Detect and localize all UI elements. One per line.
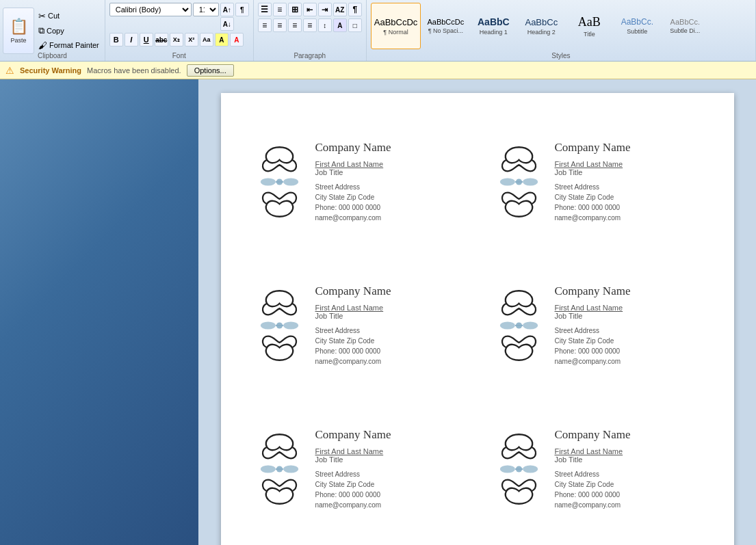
business-card: Company Name First And Last Name Job Tit… — [481, 114, 714, 250]
business-card: Company Name First And Last Name Job Tit… — [242, 114, 474, 250]
subscript-button[interactable]: X₂ — [170, 33, 183, 46]
card-person-name: First And Last Name — [315, 160, 463, 168]
style-normal-label: ¶ Normal — [383, 29, 408, 36]
card-address: Street AddressCity State Zip CodePhone: … — [315, 182, 463, 223]
svg-point-21 — [523, 465, 538, 473]
font-row1: Calibri (Body) 11 A↑ A↓ ¶ — [109, 3, 249, 31]
italic-button[interactable]: I — [125, 33, 138, 46]
style-heading1-preview: AaBbC — [478, 16, 510, 27]
copy-label: Copy — [47, 27, 64, 35]
paragraph-group-label: Paragraph — [254, 52, 366, 59]
show-hide-button[interactable]: ¶ — [348, 3, 362, 16]
format-painter-label: Format Painter — [49, 41, 99, 49]
svg-point-4 — [500, 178, 515, 185]
align-center-button[interactable]: ≡ — [273, 18, 287, 32]
style-title-preview: AaB — [578, 15, 601, 29]
para-row1: ☰ ≡ ⊞ ⇤ ⇥ AZ ¶ — [258, 3, 362, 16]
decrease-indent-button[interactable]: ⇤ — [303, 3, 317, 16]
business-card: Company Name First And Last Name Job Tit… — [242, 257, 474, 394]
numbering-button[interactable]: ≡ — [273, 3, 287, 16]
card-company-name: Company Name — [555, 284, 703, 298]
card-logo — [492, 428, 547, 510]
svg-point-8 — [261, 321, 276, 329]
font-size-dropdown[interactable]: 11 — [193, 3, 219, 16]
style-normal-button[interactable]: AaBbCcDc ¶ Normal — [371, 3, 421, 49]
clear-format-button[interactable]: ¶ — [235, 3, 249, 16]
sort-button[interactable]: AZ — [333, 3, 347, 16]
card-job-title: Job Title — [555, 168, 703, 176]
svg-point-5 — [523, 178, 538, 185]
underline-button[interactable]: U — [140, 33, 153, 46]
card-info: Company Name First And Last Name Job Tit… — [315, 141, 463, 223]
font-family-dropdown[interactable]: Calibri (Body) — [109, 3, 192, 16]
font-color-button[interactable]: A — [230, 33, 244, 46]
paragraph-group: ☰ ≡ ⊞ ⇤ ⇥ AZ ¶ ≡ ≡ ≡ ≡ ↕ A □ Paragraph — [254, 0, 367, 61]
style-heading1-button[interactable]: AaBbC Heading 1 — [470, 3, 517, 49]
paste-button[interactable]: 📋 Paste — [3, 8, 34, 54]
card-company-name: Company Name — [315, 141, 463, 155]
cut-button[interactable]: ✂ Cut — [36, 10, 102, 23]
card-logo — [252, 284, 307, 367]
align-right-button[interactable]: ≡ — [288, 18, 302, 32]
style-heading2-label: Heading 2 — [527, 29, 556, 36]
card-person-name: First And Last Name — [315, 447, 463, 455]
style-title-button[interactable]: AaB Title — [566, 3, 612, 49]
card-job-title: Job Title — [555, 312, 703, 320]
style-subtle-preview: AaBbCc. — [670, 18, 700, 26]
copy-icon: ⧉ — [38, 25, 44, 36]
card-person-name: First And Last Name — [315, 304, 463, 312]
format-painter-button[interactable]: 🖌 Format Painter — [36, 39, 102, 52]
multilevel-list-button[interactable]: ⊞ — [288, 3, 302, 16]
shading-button[interactable]: A — [333, 18, 347, 32]
style-title-label: Title — [584, 31, 595, 38]
style-subtle-button[interactable]: AaBbCc. Subtle Di... — [662, 3, 708, 49]
justify-button[interactable]: ≡ — [303, 18, 317, 32]
svg-point-1 — [283, 178, 298, 185]
style-subtitle-button[interactable]: AaBbCc. Subtitle — [614, 3, 660, 49]
font-group: Calibri (Body) 11 A↑ A↓ ¶ B I U abc X₂ X… — [105, 0, 254, 61]
svg-point-17 — [283, 465, 298, 473]
copy-button[interactable]: ⧉ Copy — [36, 24, 102, 38]
business-card: Company Name First And Last Name Job Tit… — [481, 257, 714, 394]
style-heading1-label: Heading 1 — [480, 29, 508, 36]
increase-indent-button[interactable]: ⇥ — [318, 3, 332, 16]
style-heading2-button[interactable]: AaBbCc Heading 2 — [518, 3, 564, 49]
highlight-button[interactable]: A — [215, 33, 229, 46]
card-person-name: First And Last Name — [555, 447, 703, 455]
card-info: Company Name First And Last Name Job Tit… — [315, 284, 463, 367]
card-address: Street AddressCity State Zip CodePhone: … — [555, 325, 703, 367]
style-subtitle-label: Subtitle — [627, 28, 647, 35]
borders-button[interactable]: □ — [348, 18, 362, 32]
strikethrough-button[interactable]: abc — [155, 33, 168, 46]
options-button[interactable]: Options... — [187, 64, 234, 77]
superscript-button[interactable]: X² — [185, 33, 198, 46]
ribbon: 📋 Paste ✂ Cut ⧉ Copy 🖌 Format Painter Cl… — [0, 0, 756, 62]
style-heading2-preview: AaBbCc — [525, 17, 558, 27]
security-warning-icon: ⚠ — [5, 65, 14, 76]
card-logo — [252, 141, 307, 223]
card-address: Street AddressCity State Zip CodePhone: … — [555, 469, 703, 510]
change-case-button[interactable]: Aa — [200, 33, 213, 46]
styles-row: AaBbCcDc ¶ Normal AaBbCcDc ¶ No Spaci...… — [371, 3, 751, 49]
font-size-adjust: A↑ A↓ — [220, 3, 234, 31]
document-area: Company Name First And Last Name Job Tit… — [198, 79, 756, 545]
sidebar — [0, 79, 198, 545]
svg-point-9 — [283, 321, 298, 329]
styles-group: AaBbCcDc ¶ Normal AaBbCcDc ¶ No Spaci...… — [367, 0, 756, 61]
card-person-name: First And Last Name — [555, 160, 703, 168]
font-size-increase-button[interactable]: A↑ — [220, 3, 234, 16]
card-address: Street AddressCity State Zip CodePhone: … — [315, 325, 463, 367]
para-row2: ≡ ≡ ≡ ≡ ↕ A □ — [258, 18, 362, 32]
card-company-name: Company Name — [315, 284, 463, 298]
font-group-label: Font — [105, 52, 253, 59]
style-normal-preview: AaBbCcDc — [374, 17, 418, 27]
align-left-button[interactable]: ≡ — [258, 18, 272, 32]
card-company-name: Company Name — [315, 428, 463, 442]
bullets-button[interactable]: ☰ — [258, 3, 272, 16]
clipboard-small-buttons: ✂ Cut ⧉ Copy 🖌 Format Painter — [36, 10, 102, 52]
style-subtitle-preview: AaBbCc. — [621, 17, 653, 27]
bold-button[interactable]: B — [109, 33, 123, 46]
font-size-decrease-button[interactable]: A↓ — [220, 17, 234, 31]
style-no-spacing-button[interactable]: AaBbCcDc ¶ No Spaci... — [422, 3, 469, 49]
line-spacing-button[interactable]: ↕ — [318, 18, 332, 32]
